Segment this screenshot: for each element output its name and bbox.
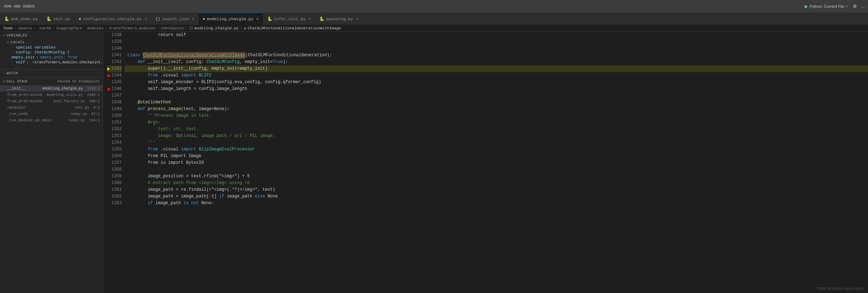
call-stack-item-module[interactable]: <module> test.py 4:1 xyxy=(0,104,103,111)
tab-test[interactable]: 🐍 test.py xyxy=(42,12,74,25)
token: is xyxy=(181,200,191,207)
line-number: 1341 xyxy=(107,52,122,59)
token: image_path = image_path[-1] xyxy=(127,193,219,200)
code-line: image: Optional, image path / url / PIL … xyxy=(125,133,868,139)
token: , empty_init= xyxy=(240,59,273,65)
close-active-tab-icon[interactable]: ✕ xyxy=(257,17,259,21)
token: from xyxy=(127,72,161,79)
tab-label: modeling_chatglm.py xyxy=(207,17,253,21)
ellipsis-item: ... xyxy=(0,65,103,69)
self-item[interactable]: › self : <transformers_modules.checkpoin… xyxy=(0,60,103,65)
play-icon: ▶ xyxy=(805,4,808,9)
close-tab-icon[interactable]: ✕ xyxy=(309,17,311,21)
variables-header[interactable]: ▾ VARIABLES xyxy=(0,32,103,39)
file-highlight: modeling_utils.py xyxy=(47,93,83,97)
file-line: 2498:1 xyxy=(87,93,100,97)
token: from PIL import Image xyxy=(127,153,201,160)
tab-modeling-chatglm[interactable]: ● modeling_chatglm.py ✕ xyxy=(199,12,263,25)
call-stack-item-frompretrained2[interactable]: from_pretrained auto_factory.py 466:1 xyxy=(0,98,103,104)
line-number: 1338 xyxy=(107,32,122,39)
debug-arrow-icon xyxy=(107,67,110,71)
ellipsis-button[interactable]: … xyxy=(859,2,868,10)
call-stack-section: ▾ CALL STACK Paused on breakpoint __init… xyxy=(0,77,103,293)
locals-label: Locals xyxy=(10,40,24,44)
call-stack-item-init[interactable]: __init__ modeling_chatglm.py 1343:1 xyxy=(0,85,103,92)
token: None: xyxy=(201,200,214,207)
token: else xyxy=(255,193,265,200)
call-stack-left: ▾ CALL STACK xyxy=(3,79,28,84)
code-line: from .visual import BLIP2 xyxy=(125,72,868,79)
breadcrumb-ubuntu[interactable]: ubuntu xyxy=(18,26,32,30)
var-name: config: ChatGLMConfig { xyxy=(16,50,70,54)
sep: › xyxy=(105,26,108,30)
file-line: 1343:1 xyxy=(87,87,100,91)
close-tab-icon[interactable]: ✕ xyxy=(356,17,358,21)
code-line: self.image_encoder = BLIP2(config.eva_co… xyxy=(125,79,868,86)
cs-name: _run_code xyxy=(7,112,28,116)
gear-icon-button[interactable]: ⚙ xyxy=(851,2,859,10)
breadcrumb-home[interactable]: home xyxy=(4,26,13,30)
line-number: 1363 xyxy=(107,200,122,207)
python-label: Python: Current File xyxy=(810,4,844,8)
config-item[interactable]: › config: ChatGLMConfig { xyxy=(0,50,103,55)
token: def xyxy=(127,106,148,113)
breadcrumb-modules[interactable]: modules xyxy=(87,26,104,30)
file-highlight: auto_factory.py xyxy=(53,99,85,103)
tab-infer-util[interactable]: 🐍 infer_util.py ✕ xyxy=(263,12,315,25)
close-tab-icon[interactable]: ✕ xyxy=(145,17,147,21)
tab-label: web_demo.py xyxy=(11,17,38,21)
line-number: 1362 xyxy=(107,193,122,200)
breadcrumb-checkpoint[interactable]: checkpoint xyxy=(161,26,184,30)
cs-file: modeling_chatglm.py 1343:1 xyxy=(42,87,100,91)
token: not xyxy=(191,200,201,207)
line-number: 1353 xyxy=(107,133,122,139)
tab-configuration[interactable]: ● configuration_chatglm.py ✕ xyxy=(74,12,151,25)
line-number: 1352 xyxy=(107,126,122,133)
call-stack-item-frompretrained1[interactable]: from_pretrained modeling_utils.py 2498:1 xyxy=(0,92,103,98)
tab-icon: 🐍 xyxy=(319,16,324,21)
line-number: 1354 xyxy=(107,139,122,146)
breadcrumb-huggingface[interactable]: huggingface xyxy=(56,26,82,30)
token: self.image_encoder = BLIP2(config.eva_co… xyxy=(127,79,321,86)
code-content[interactable]: return self class ChatGLMForConditionalG… xyxy=(125,32,868,293)
tab-label: configuration_chatglm.py xyxy=(83,17,142,21)
call-stack-item-runcode[interactable]: _run_code runpy.py 87:1 xyxy=(0,111,103,117)
sep: › xyxy=(157,26,160,30)
token: if xyxy=(127,200,155,207)
dirty-dot: ● xyxy=(79,17,81,21)
token: image_path xyxy=(155,200,181,207)
code-line: @staticmethod xyxy=(125,99,868,106)
colon: : xyxy=(27,60,31,64)
var-value: <transformers_modules.checkpoint.modelin… xyxy=(33,61,103,64)
chevron-down-icon: ▾ xyxy=(846,5,848,8)
close-tab-icon[interactable]: ✕ xyxy=(192,17,194,21)
tab-queueing[interactable]: 🐍 queueing.py ✕ xyxy=(315,12,362,25)
token: return self xyxy=(127,32,186,39)
line-number: 1348 xyxy=(107,99,122,106)
file-highlight: runpy.py xyxy=(68,119,85,122)
breadcrumb-file[interactable]: modeling_chatglm.py xyxy=(194,26,239,30)
token: True xyxy=(273,59,283,65)
token: ChatGLMForConditionalGenerationWithImage xyxy=(143,52,245,59)
token: super().__init__(config, empty_init=empt… xyxy=(127,65,268,72)
breadcrumb-cache[interactable]: .cache xyxy=(37,26,51,30)
breadcrumb-class[interactable]: ChatGLMForConditionalGenerationWithImage xyxy=(247,26,341,30)
code-line: def __init__(self, config: ChatGLMConfig… xyxy=(125,59,868,65)
line-number: 1346 xyxy=(107,86,122,92)
tab-launch-json[interactable]: {} launch.json ✕ xyxy=(151,12,199,25)
line-number: 1360 xyxy=(107,180,122,186)
code-line: from .visual import BlipImageEvalProcess… xyxy=(125,146,868,153)
call-stack-item-runmodule[interactable]: _run_module_as_main runpy.py 194:1 xyxy=(0,117,103,123)
line-number: 1342 xyxy=(107,59,122,65)
breadcrumb-transformers[interactable]: transformers_modules xyxy=(109,26,156,30)
code-container[interactable]: 1338133913401341134213431344134513461347… xyxy=(103,32,868,293)
token: def xyxy=(127,59,148,65)
python-dropdown[interactable]: ▶ Python: Current File ▾ xyxy=(802,2,851,10)
code-line: self.image_length = config.image_length xyxy=(125,86,868,92)
watch-header[interactable]: › WATCH xyxy=(0,70,103,77)
special-variables-item[interactable]: › special variables xyxy=(0,45,103,50)
locals-group[interactable]: ▾ Locals xyxy=(0,39,103,45)
tab-web-demo[interactable]: 🐍 web_demo.py xyxy=(0,12,42,25)
cs-file: test.py 4:1 xyxy=(74,106,100,110)
sep: › xyxy=(53,26,55,30)
